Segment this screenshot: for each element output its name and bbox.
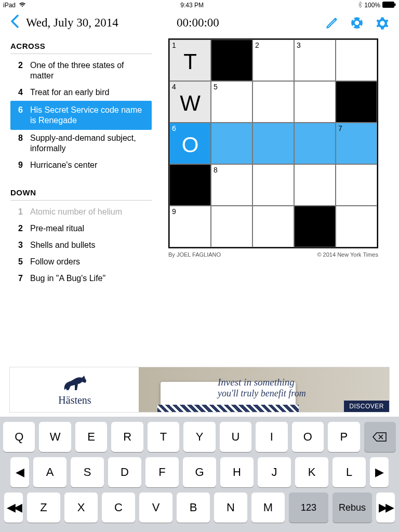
ad-banner[interactable]: Hästens Invest in something you'll truly… bbox=[9, 367, 390, 413]
cell-19[interactable] bbox=[336, 164, 377, 206]
key-rebus[interactable]: Rebus bbox=[332, 493, 372, 523]
key-d[interactable]: D bbox=[108, 457, 141, 487]
help-icon[interactable] bbox=[350, 16, 364, 30]
cell-6[interactable]: 5 bbox=[211, 81, 252, 123]
key-a[interactable]: A bbox=[33, 457, 66, 487]
ad-text: Invest in something you'll truly benefit… bbox=[218, 377, 306, 399]
svg-point-7 bbox=[359, 25, 361, 27]
clue-text: Supply-and-demand subject, informally bbox=[30, 133, 149, 154]
cell-4[interactable] bbox=[336, 39, 377, 81]
header: Wed, July 30, 2014 00:00:00 bbox=[0, 10, 399, 35]
cell-21[interactable] bbox=[211, 206, 252, 247]
key-f[interactable]: F bbox=[145, 457, 179, 487]
cell-17[interactable] bbox=[252, 164, 294, 206]
key-g[interactable]: G bbox=[183, 457, 216, 487]
down-clue-5[interactable]: 5Follow orders bbox=[10, 254, 152, 270]
key-123[interactable]: 123 bbox=[289, 493, 328, 523]
key-backspace[interactable] bbox=[364, 422, 396, 452]
ad-brand: Hästens bbox=[58, 394, 91, 406]
key-n[interactable]: N bbox=[214, 493, 247, 523]
key-q[interactable]: Q bbox=[3, 422, 35, 452]
key-l[interactable]: L bbox=[332, 457, 366, 487]
crossword-grid[interactable]: 1T234W56O789 bbox=[168, 38, 378, 248]
across-clue-8[interactable]: 8Supply-and-demand subject, informally bbox=[10, 130, 152, 157]
cell-22[interactable] bbox=[252, 206, 294, 247]
clue-num: 7 bbox=[10, 273, 30, 284]
key-m[interactable]: M bbox=[251, 493, 285, 523]
key-e[interactable]: E bbox=[75, 422, 107, 452]
cell-24[interactable] bbox=[336, 206, 377, 247]
clue-num: 4 bbox=[10, 87, 30, 98]
down-clue-7[interactable]: 7Bug in "A Bug's Life" bbox=[10, 270, 152, 287]
key-w[interactable]: W bbox=[39, 422, 71, 452]
key-k[interactable]: K bbox=[295, 457, 328, 487]
key-x[interactable]: X bbox=[64, 493, 98, 523]
cell-18[interactable] bbox=[294, 164, 336, 206]
across-clue-2[interactable]: 2One of the three states of matter bbox=[10, 57, 152, 84]
cell-num: 9 bbox=[172, 207, 176, 216]
cell-23 bbox=[294, 206, 336, 247]
pencil-icon[interactable] bbox=[325, 16, 339, 30]
key-s[interactable]: S bbox=[71, 457, 104, 487]
key-arrow-left[interactable]: ◀ bbox=[10, 457, 29, 487]
down-clue-1[interactable]: 1Atomic number of helium bbox=[10, 204, 152, 220]
key-h[interactable]: H bbox=[220, 457, 254, 487]
cell-num: 5 bbox=[214, 83, 218, 91]
battery-percent: 100% bbox=[364, 2, 380, 9]
cell-16[interactable]: 8 bbox=[211, 164, 252, 206]
byline: By JOEL FAGLIANO bbox=[168, 251, 221, 258]
cell-num: 2 bbox=[255, 41, 259, 49]
key-r[interactable]: R bbox=[111, 422, 143, 452]
down-header: DOWN bbox=[10, 188, 152, 201]
cell-letter: T bbox=[170, 40, 210, 81]
key-arrow-right[interactable]: ▶ bbox=[370, 457, 389, 487]
wifi-icon bbox=[19, 2, 26, 9]
svg-point-4 bbox=[352, 18, 354, 20]
cell-15 bbox=[169, 164, 211, 206]
key-o[interactable]: O bbox=[292, 422, 324, 452]
battery-icon bbox=[382, 2, 396, 9]
ad-cta[interactable]: DISCOVER bbox=[344, 401, 389, 412]
cell-8[interactable] bbox=[294, 81, 336, 123]
cell-20[interactable]: 9 bbox=[169, 206, 211, 247]
cell-num: 3 bbox=[297, 41, 301, 49]
key-c[interactable]: C bbox=[102, 493, 135, 523]
key-prev-clue[interactable]: ◀◀ bbox=[4, 493, 23, 523]
cell-letter: O bbox=[170, 123, 210, 164]
down-clue-3[interactable]: 3Shells and bullets bbox=[10, 237, 152, 254]
back-button[interactable] bbox=[10, 14, 19, 32]
key-t[interactable]: T bbox=[148, 422, 179, 452]
key-i[interactable]: I bbox=[256, 422, 287, 452]
cell-12[interactable] bbox=[252, 123, 294, 164]
cell-13[interactable] bbox=[294, 123, 336, 164]
across-clue-4[interactable]: 4Treat for an early bird bbox=[10, 84, 152, 101]
cell-10[interactable]: 6O bbox=[169, 123, 211, 164]
across-clue-6[interactable]: 6His Secret Service code name is Renegad… bbox=[10, 101, 152, 130]
clue-num: 3 bbox=[10, 240, 30, 250]
across-clue-9[interactable]: 9Hurricane's center bbox=[10, 157, 152, 174]
key-next-clue[interactable]: ▶▶ bbox=[376, 493, 395, 523]
device-label: iPad bbox=[3, 2, 16, 9]
cell-0[interactable]: 1T bbox=[169, 39, 211, 81]
status-time: 9:43 PM bbox=[180, 2, 204, 9]
cell-5[interactable]: 4W bbox=[169, 81, 211, 123]
key-u[interactable]: U bbox=[220, 422, 251, 452]
cell-3[interactable]: 3 bbox=[294, 39, 336, 81]
key-z[interactable]: Z bbox=[27, 493, 60, 523]
key-v[interactable]: V bbox=[139, 493, 172, 523]
cell-9 bbox=[336, 81, 377, 123]
down-clue-2[interactable]: 2Pre-meal ritual bbox=[10, 220, 152, 237]
timer[interactable]: 00:00:00 bbox=[177, 16, 219, 30]
clue-text: His Secret Service code name is Renegade bbox=[30, 105, 148, 126]
cell-14[interactable]: 7 bbox=[336, 123, 377, 164]
svg-point-8 bbox=[380, 21, 384, 25]
cell-7[interactable] bbox=[252, 81, 294, 123]
key-b[interactable]: B bbox=[177, 493, 210, 523]
cell-11[interactable] bbox=[211, 123, 252, 164]
key-j[interactable]: J bbox=[258, 457, 291, 487]
cell-2[interactable]: 2 bbox=[252, 39, 294, 81]
key-p[interactable]: P bbox=[328, 422, 360, 452]
cell-letter: W bbox=[170, 82, 210, 122]
gear-icon[interactable] bbox=[375, 16, 389, 30]
key-y[interactable]: Y bbox=[183, 422, 215, 452]
